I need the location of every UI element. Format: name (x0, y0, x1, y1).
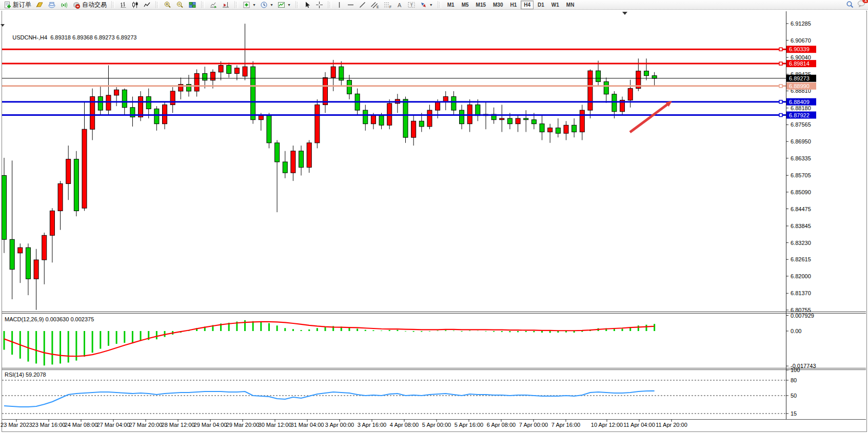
candle-body (347, 80, 351, 94)
dropdown-caret-icon: ▼ (252, 3, 256, 7)
price-tick-label: 6.86950 (791, 138, 811, 145)
tab-timeframe-d1[interactable]: D1 (535, 1, 547, 9)
data-window-button[interactable] (46, 0, 58, 10)
candle-body (139, 97, 143, 117)
tile-windows-button[interactable] (186, 0, 199, 10)
data-window-icon (48, 1, 56, 9)
rsi-axis-label: 100 (791, 367, 800, 373)
trendline-tool[interactable] (357, 0, 368, 10)
indicators-button[interactable]: ▼ (241, 0, 258, 10)
candle-body (307, 143, 311, 168)
candle-body (154, 109, 159, 123)
time-tick-label: 11 Apr 04:00 (623, 422, 655, 428)
time-tick-label: 27 Mar 04:00 (97, 422, 130, 428)
notifications-button[interactable]: 1 (857, 0, 866, 10)
periods-button[interactable]: ▼ (258, 0, 275, 10)
tab-timeframe-mn[interactable]: MN (563, 1, 578, 9)
price-tick-label: 6.84475 (791, 206, 811, 212)
toolbar-separator (111, 1, 115, 8)
candle-body (114, 90, 119, 95)
zoom-in-button[interactable] (162, 0, 174, 10)
tab-timeframe-m1[interactable]: M1 (444, 1, 458, 9)
time-tick-label: 4 Apr 08:00 (390, 422, 419, 428)
svg-text:6.89273: 6.89273 (789, 75, 810, 81)
search-icon[interactable] (846, 1, 854, 9)
price-chart: 6.912856.906706.900406.894256.888106.881… (0, 10, 868, 433)
price-tick-label: 6.85705 (791, 172, 811, 178)
arrows-tool[interactable]: ▼ (418, 0, 435, 10)
price-tick-label: 6.83845 (791, 223, 811, 229)
time-tick-label: 5 Apr 00:00 (422, 422, 451, 428)
time-tick-label: 29 Mar 20:00 (226, 422, 260, 428)
crosshair-tool-button[interactable] (313, 0, 325, 10)
text-label-tool[interactable]: T (405, 0, 418, 10)
auto-scroll-button[interactable] (207, 0, 220, 10)
toolbar-separator (328, 1, 331, 8)
fibonacci-tool[interactable]: F (381, 0, 394, 10)
time-tick-label: 31 Mar 04:00 (291, 422, 324, 428)
rsi-axis-label: 50 (791, 393, 797, 399)
collapse-chart-icon[interactable] (1, 24, 5, 27)
tile-windows-icon (188, 1, 196, 9)
tab-timeframe-h4[interactable]: H4 (521, 1, 534, 9)
tab-timeframe-m5[interactable]: M5 (459, 1, 472, 9)
line-chart-button[interactable] (141, 0, 153, 10)
time-tick-label: 23 Mar 2023 (1, 422, 32, 428)
candlestick-chart-button[interactable] (129, 0, 141, 10)
price-badge: 6.88409 (786, 98, 816, 106)
candle-body (604, 81, 608, 94)
candle-body (58, 183, 63, 211)
templates-button[interactable]: ▼ (275, 0, 293, 10)
line-drag-handle[interactable] (779, 100, 782, 104)
candlestick-chart-icon (131, 1, 139, 9)
new-order-button[interactable]: 新订单 (2, 0, 33, 10)
candle-body (283, 162, 287, 173)
zoom-out-button[interactable] (174, 0, 186, 10)
line-drag-handle[interactable] (779, 62, 782, 65)
horizontal-line-tool[interactable] (345, 0, 357, 10)
time-tick-label: 23 Mar 16:00 (32, 422, 66, 428)
channel-icon: E (370, 1, 379, 9)
candle-body (82, 129, 87, 208)
line-chart-icon (143, 1, 151, 9)
time-tick-label: 28 Mar 12:00 (162, 422, 195, 428)
cursor-tool-button[interactable] (302, 0, 313, 10)
svg-text:F: F (389, 5, 391, 9)
svg-text:6.89814: 6.89814 (789, 60, 810, 67)
dropdown-caret-icon: ▼ (287, 3, 291, 7)
price-tick-label: 6.85090 (791, 189, 811, 195)
candle-body (427, 110, 432, 127)
candle-body (251, 67, 255, 120)
candle-body (259, 116, 263, 120)
auto-trading-button[interactable]: 自动交易 (70, 0, 109, 10)
tab-timeframe-m30[interactable]: M30 (490, 1, 506, 9)
candle-body (299, 151, 304, 168)
text-tool[interactable]: A (394, 0, 405, 10)
zoom-out-icon (176, 1, 184, 9)
toolbar-separator (295, 1, 299, 8)
candle-body (210, 72, 215, 80)
candle-body (146, 97, 151, 109)
bar-chart-button[interactable] (117, 0, 129, 10)
equidistant-channel-tool[interactable]: E (368, 0, 381, 10)
indicators-icon (243, 1, 250, 9)
vertical-line-tool[interactable] (334, 0, 345, 10)
time-tick-label: 11 Apr 20:00 (656, 422, 687, 428)
arrows-icon (420, 1, 427, 9)
candle-body (460, 110, 464, 124)
tab-timeframe-m15[interactable]: M15 (473, 1, 489, 9)
line-drag-handle[interactable] (779, 85, 782, 88)
line-drag-handle[interactable] (779, 114, 782, 117)
chart-shift-button[interactable] (220, 0, 232, 10)
candle-body (315, 105, 320, 142)
market-watch-button[interactable] (33, 0, 46, 10)
chart-window: 6.912856.906706.900406.894256.888106.881… (0, 10, 868, 433)
tab-timeframe-w1[interactable]: W1 (548, 1, 562, 9)
signals-button[interactable] (58, 0, 70, 10)
tab-timeframe-h1[interactable]: H1 (507, 1, 520, 9)
svg-text:E: E (377, 5, 379, 9)
line-drag-handle[interactable] (779, 48, 782, 51)
candle-body (219, 65, 223, 72)
candle-body (572, 125, 577, 132)
svg-text:6.87922: 6.87922 (789, 112, 810, 118)
